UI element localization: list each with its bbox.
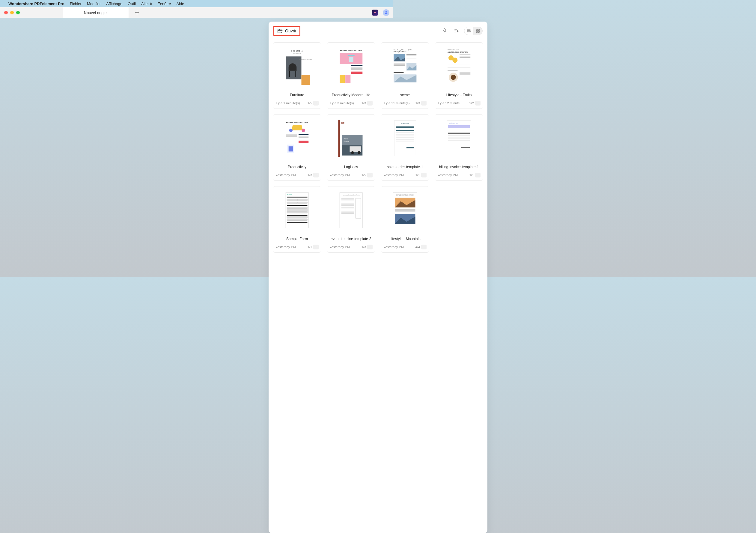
- document-card[interactable]: PROMOTE PRODUCTIVITY Productivity Modern…: [327, 42, 375, 109]
- menu-fichier[interactable]: Fichier: [70, 2, 82, 6]
- document-card[interactable]: HOW ARE MOUNTAINS FORMED? Lifestyle - Mo…: [381, 186, 393, 253]
- svg-text:Project: Project: [343, 139, 348, 140]
- svg-text:Timeline and Checklist for Eve: Timeline and Checklist for Event Plannin…: [343, 195, 360, 196]
- document-card[interactable]: COLUMBIA COLLECTIVE INSPIRED BY THE COLL…: [273, 42, 321, 109]
- window-close-button[interactable]: [4, 11, 8, 14]
- document-card[interactable]: LOS Project Proposal Logistics Yesterday…: [327, 114, 375, 181]
- document-thumbnail: COLUMBIA COLLECTIVE INSPIRED BY THE COLL…: [275, 44, 319, 89]
- svg-text:PROMOTE PRODUCTIVITY: PROMOTE PRODUCTIVITY: [340, 50, 362, 52]
- document-card[interactable]: PANACEA: [273, 186, 321, 253]
- document-footer: Il y a 1 minute(s) 1/5 ⋯: [275, 99, 319, 106]
- menu-outil[interactable]: Outil: [128, 2, 136, 6]
- document-footer: Yesterday PM 4/4 ⋯: [383, 243, 393, 250]
- svg-rect-122: [287, 223, 307, 223]
- svg-rect-27: [345, 75, 350, 83]
- svg-text:COLLECTIVE: COLLECTIVE: [293, 53, 301, 54]
- document-time: Yesterday PM: [276, 245, 306, 249]
- document-thumbnail: PANACEA: [275, 188, 319, 233]
- svg-rect-18: [348, 55, 355, 56]
- document-thumbnail: PROMOTE PRODUCTIVITY: [275, 116, 319, 161]
- svg-rect-23: [351, 68, 363, 69]
- svg-point-87: [358, 151, 361, 154]
- document-title: event-timeline-template-3: [329, 234, 373, 243]
- svg-rect-117: [287, 209, 307, 211]
- tab-label: Nouvel onglet: [84, 11, 108, 15]
- account-icon[interactable]: [383, 9, 390, 16]
- app-brand-icon[interactable]: ✦: [372, 10, 378, 15]
- document-thumbnail: PROMOTE PRODUCTIVITY: [329, 44, 373, 89]
- panel-divider: [273, 39, 393, 39]
- svg-rect-134: [341, 212, 354, 213]
- panel-toolbar: Ouvrir: [273, 26, 393, 39]
- window-titlebar: Nouvel onglet ✦: [0, 7, 393, 18]
- svg-point-0: [386, 11, 387, 13]
- open-button[interactable]: Ouvrir: [273, 26, 300, 36]
- svg-rect-25: [351, 72, 363, 74]
- document-title: Furniture: [275, 91, 319, 99]
- svg-point-86: [351, 151, 354, 154]
- document-more-button[interactable]: ⋯: [313, 173, 319, 177]
- open-button-label: Ouvrir: [285, 29, 296, 33]
- svg-rect-11: [289, 71, 289, 77]
- svg-rect-113: [287, 202, 297, 203]
- svg-rect-115: [287, 205, 307, 206]
- svg-rect-130: [341, 205, 354, 206]
- tab-new[interactable]: Nouvel onglet: [63, 7, 129, 18]
- document-card[interactable]: PROMOTE PRODUCTIVITY Productivity Yester…: [273, 114, 321, 181]
- document-title: Logistics: [329, 163, 373, 172]
- svg-rect-123: [339, 193, 363, 228]
- svg-rect-126: [341, 200, 354, 200]
- svg-text:INSPIRED BY THE COLLECTIVE.: INSPIRED BY THE COLLECTIVE.: [299, 59, 312, 61]
- document-pages: 1/5: [362, 173, 366, 177]
- menu-affichage[interactable]: Affichage: [106, 2, 122, 6]
- svg-point-67: [302, 129, 305, 132]
- svg-rect-121: [287, 219, 307, 221]
- document-time: Yesterday PM: [383, 173, 393, 177]
- document-more-button[interactable]: ⋯: [313, 101, 319, 106]
- document-pages: 1/5: [308, 101, 312, 105]
- svg-rect-116: [287, 207, 307, 209]
- svg-text:PROMOTE PRODUCTIVITY: PROMOTE PRODUCTIVITY: [286, 122, 308, 123]
- document-more-button[interactable]: ⋯: [367, 101, 373, 106]
- document-pages: 1/1: [308, 245, 312, 249]
- document-thumbnail: SALES ORDER: [383, 116, 393, 161]
- svg-text:Proposal: Proposal: [343, 141, 349, 142]
- document-title: Lifestyle - Mountain: [383, 234, 393, 243]
- svg-text:COLUMBIA: COLUMBIA: [291, 51, 303, 52]
- document-thumbnail: HOW ARE MOUNTAINS FORMED?: [383, 188, 393, 233]
- svg-rect-85: [350, 147, 361, 152]
- document-title: sales-order-template-1: [383, 163, 393, 172]
- menu-fenetre[interactable]: Fenêtre: [158, 2, 171, 6]
- svg-rect-125: [341, 199, 354, 199]
- svg-text:PANACEA: PANACEA: [287, 195, 293, 196]
- svg-rect-69: [286, 134, 297, 135]
- svg-rect-82: [342, 135, 363, 146]
- traffic-lights: [0, 11, 20, 14]
- documents-grid: COLUMBIA COLLECTIVE INSPIRED BY THE COLL…: [273, 42, 393, 253]
- document-more-button[interactable]: ⋯: [313, 245, 319, 250]
- svg-rect-131: [341, 207, 354, 208]
- document-time: Il y a 1 minute(s): [276, 101, 306, 105]
- svg-rect-129: [341, 204, 354, 205]
- document-thumbnail: LOS Project Proposal: [329, 116, 373, 161]
- menubar-app-name[interactable]: Wondershare PDFelement Pro: [8, 2, 65, 6]
- svg-rect-28: [392, 48, 393, 85]
- menu-modifier[interactable]: Modifier: [87, 2, 101, 6]
- new-tab-button[interactable]: [132, 7, 142, 18]
- document-title: scene: [383, 91, 393, 99]
- menu-aide[interactable]: Aide: [176, 2, 184, 6]
- document-pages: 1/3: [308, 173, 312, 177]
- document-more-button[interactable]: ⋯: [367, 173, 373, 177]
- document-more-button[interactable]: ⋯: [367, 245, 373, 250]
- window-minimize-button[interactable]: [10, 11, 14, 14]
- svg-rect-119: [287, 215, 307, 216]
- document-footer: Il y a 11 minute(s) 1/3 ⋯: [383, 99, 393, 106]
- window-zoom-button[interactable]: [16, 11, 20, 14]
- document-time: Yesterday PM: [330, 173, 360, 177]
- document-card[interactable]: Raise Energy Efficiencies Up While Reduc…: [381, 42, 393, 109]
- document-card[interactable]: SALES ORDER sales-order-template-1 Yeste…: [381, 114, 393, 181]
- svg-rect-22: [351, 67, 363, 68]
- svg-rect-24: [351, 69, 363, 70]
- document-card[interactable]: Timeline and Checklist for Event Plannin…: [327, 186, 375, 253]
- menu-aller-a[interactable]: Aller à: [141, 2, 152, 6]
